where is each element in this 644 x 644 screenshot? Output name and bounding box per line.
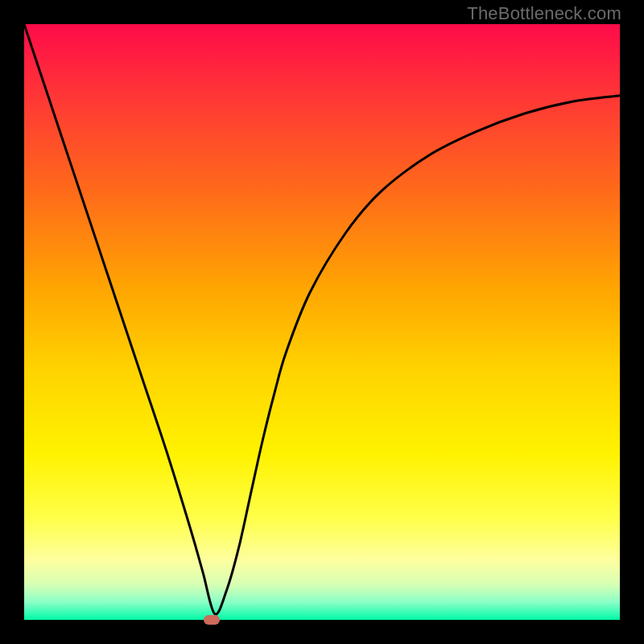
- bottleneck-curve: [24, 24, 620, 614]
- watermark-text: TheBottleneck.com: [467, 3, 621, 24]
- plot-area: [24, 24, 620, 620]
- curve-svg: [24, 24, 620, 620]
- chart-frame: TheBottleneck.com: [0, 0, 644, 644]
- minimum-marker: [204, 615, 220, 625]
